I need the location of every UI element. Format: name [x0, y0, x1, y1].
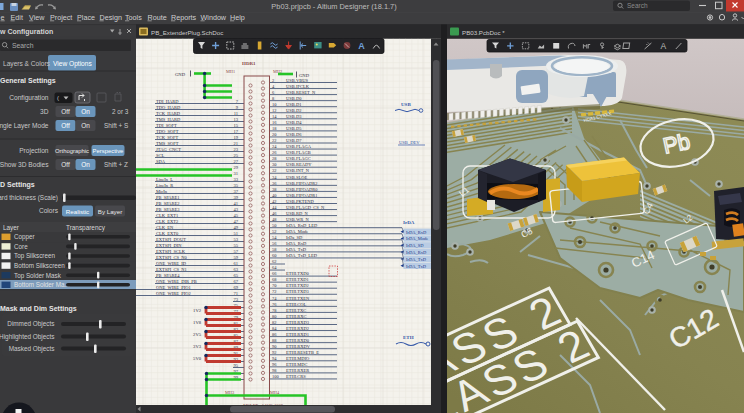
svg-text:Help: Help	[230, 13, 245, 22]
svg-text:Project: Project	[50, 13, 72, 22]
svg-text:47: 47	[234, 219, 239, 224]
svg-text:92: 92	[272, 350, 277, 355]
svg-text:27: 27	[234, 159, 239, 164]
svg-text:USB.RD_N: USB.RD_N	[286, 211, 308, 216]
svg-text:45: 45	[234, 213, 239, 218]
svg-text:View: View	[29, 13, 45, 22]
svg-text:14: 14	[272, 114, 277, 119]
svg-text:w Configuration: w Configuration	[0, 28, 53, 36]
svg-text:TMS_HARD: TMS_HARD	[156, 117, 181, 122]
svg-text:MH1: MH1	[226, 69, 235, 74]
svg-text:USB.D5: USB.D5	[286, 126, 302, 131]
svg-text:95: 95	[234, 363, 239, 368]
svg-text:IrDA_RxD_LED: IrDA_RxD_LED	[286, 223, 318, 228]
svg-text:EXTSPI_CS_N1: EXTSPI_CS_N1	[156, 267, 187, 272]
svg-text:68: 68	[272, 277, 277, 282]
svg-text:33: 33	[234, 177, 239, 182]
svg-text:GND: GND	[175, 72, 186, 77]
svg-text:USB.D0: USB.D0	[286, 96, 302, 101]
svg-text:USB.FLAGC: USB.FLAGC	[286, 156, 311, 161]
svg-text:HDR1: HDR1	[242, 61, 256, 66]
svg-text:IrDA_TxD: IrDA_TxD	[406, 264, 427, 269]
svg-text:53: 53	[234, 237, 239, 242]
svg-text:CLK_EXT0: CLK_EXT0	[156, 231, 179, 236]
svg-text:USB.D6: USB.D6	[286, 132, 302, 137]
svg-text:D Settings: D Settings	[0, 181, 35, 189]
svg-text:A: A	[358, 41, 365, 51]
svg-text:Shift + Z: Shift + Z	[104, 161, 128, 168]
svg-text:Search: Search	[12, 42, 34, 49]
svg-text:USB.FLAGA: USB.FLAGA	[286, 144, 312, 149]
svg-text:ETHI.TXEN: ETHI.TXEN	[286, 296, 310, 301]
svg-text:GND: GND	[299, 73, 310, 78]
svg-text:20: 20	[272, 132, 277, 137]
svg-text:Copper: Copper	[14, 233, 35, 241]
svg-text:ETHI.RXER: ETHI.RXER	[286, 368, 309, 373]
svg-text:60: 60	[272, 253, 277, 258]
svg-text:IrDA_TxD: IrDA_TxD	[406, 257, 427, 262]
svg-text:Realistic: Realistic	[66, 208, 89, 215]
svg-text:50: 50	[272, 223, 277, 228]
svg-text:69: 69	[234, 285, 239, 290]
svg-text:10: 10	[272, 102, 277, 107]
svg-text:USB.IFCLK: USB.IFCLK	[286, 84, 310, 89]
svg-text:ETHI.RXDV: ETHI.RXDV	[286, 344, 311, 349]
svg-text:ETHI.RXD2: ETHI.RXD2	[286, 326, 309, 331]
svg-text:29: 29	[234, 165, 239, 170]
svg-text:USB.SLOE: USB.SLOE	[286, 175, 307, 180]
svg-text:PB_ExtenderPlug.SchDoc: PB_ExtenderPlug.SchDoc	[151, 29, 223, 36]
svg-text:View Options: View Options	[53, 60, 92, 68]
svg-text:98: 98	[272, 368, 277, 373]
svg-text:73: 73	[234, 297, 239, 302]
svg-text:CLK_EXT1: CLK_EXT1	[156, 213, 178, 218]
svg-text:30: 30	[272, 162, 277, 167]
svg-text:76: 76	[272, 302, 277, 307]
svg-text:LineIn_R: LineIn_R	[156, 183, 173, 188]
svg-text:TCK_SOFT: TCK_SOFT	[156, 135, 179, 140]
svg-text:82: 82	[272, 320, 277, 325]
svg-text:96: 96	[272, 362, 277, 367]
svg-text:Perspective: Perspective	[93, 148, 125, 154]
svg-text:Show 3D Bodies: Show 3D Bodies	[0, 161, 49, 168]
svg-text:57: 57	[234, 249, 239, 254]
svg-text:USB.FIFOADR1: USB.FIFOADR1	[286, 193, 317, 198]
svg-text:MH3: MH3	[225, 390, 234, 395]
svg-text:40: 40	[272, 193, 277, 198]
svg-text:48: 48	[272, 217, 277, 222]
svg-text:TDI_HARD: TDI_HARD	[156, 99, 179, 104]
svg-text:Projection: Projection	[19, 147, 49, 155]
svg-text:24: 24	[272, 144, 277, 149]
svg-text:63: 63	[234, 267, 239, 272]
svg-text:Route: Route	[148, 13, 167, 22]
svg-text:PB03.PcbDoc *: PB03.PcbDoc *	[462, 29, 505, 36]
svg-text:2: 2	[272, 78, 274, 83]
svg-text:ETHI.COL: ETHI.COL	[286, 302, 307, 307]
svg-text:90: 90	[272, 344, 277, 349]
svg-text:46: 46	[272, 211, 277, 216]
svg-text:ETHI.TXC: ETHI.TXC	[286, 308, 306, 313]
svg-text:TCK_HARD: TCK_HARD	[156, 111, 181, 116]
svg-text:Top Silkscreen: Top Silkscreen	[14, 252, 55, 260]
svg-text:74: 74	[272, 296, 277, 301]
svg-text:IrDA_SD: IrDA_SD	[406, 243, 424, 248]
svg-text:72: 72	[272, 289, 277, 294]
svg-text:IrDA_Mode: IrDA_Mode	[406, 236, 428, 241]
svg-text:32: 32	[272, 168, 277, 173]
svg-text:52: 52	[272, 229, 277, 234]
svg-text:USB_DEV: USB_DEV	[399, 140, 420, 145]
svg-text:ETHI.MDC: ETHI.MDC	[286, 362, 308, 367]
svg-text:18: 18	[272, 126, 277, 131]
svg-text:USB.RESET_N: USB.RESET_N	[286, 90, 316, 95]
svg-text:IrDA: IrDA	[403, 220, 415, 225]
svg-text:71: 71	[234, 291, 239, 296]
svg-text:USB.WR_N: USB.WR_N	[286, 217, 309, 222]
svg-text:On: On	[81, 122, 90, 129]
svg-text:16: 16	[272, 120, 277, 125]
svg-text:USB.VBUS: USB.VBUS	[286, 78, 308, 83]
svg-text:37: 37	[234, 189, 239, 194]
svg-text:Window: Window	[201, 13, 227, 22]
svg-text:Search: Search	[627, 2, 648, 9]
svg-text:15: 15	[234, 123, 239, 128]
svg-text:Top Solder Mask: Top Solder Mask	[14, 272, 62, 280]
svg-text:ETHI.RXC: ETHI.RXC	[286, 314, 307, 319]
